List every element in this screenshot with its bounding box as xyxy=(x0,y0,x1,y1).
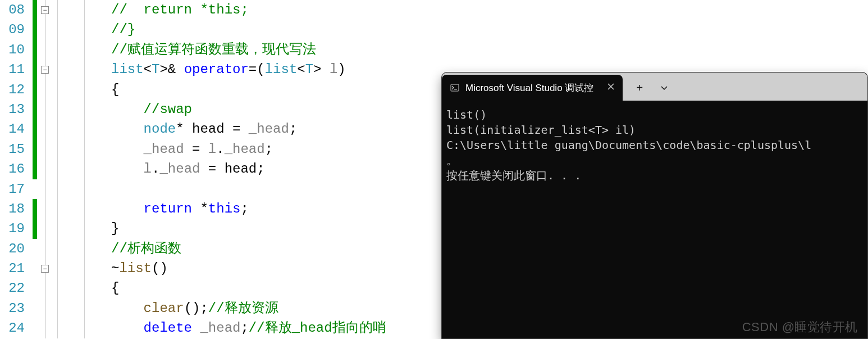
fold-gutter xyxy=(37,20,53,39)
change-indicator xyxy=(33,100,37,119)
fold-gutter xyxy=(37,119,53,139)
code-text: // return *this; xyxy=(111,0,868,20)
fold-gutter xyxy=(37,100,53,119)
code-text: //} xyxy=(111,20,868,39)
fold-gutter[interactable]: − xyxy=(37,60,53,79)
change-indicator xyxy=(33,60,37,79)
line-number: 19 xyxy=(0,219,27,238)
fold-gutter xyxy=(37,239,53,259)
line-number: 12 xyxy=(0,80,27,100)
change-indicator xyxy=(33,278,37,298)
change-indicator xyxy=(33,239,37,259)
terminal-output-line: 按任意键关闭此窗口. . . xyxy=(446,168,863,183)
change-indicator xyxy=(33,179,37,199)
code-line[interactable]: 08−// return *this; xyxy=(0,0,868,20)
fold-gutter xyxy=(37,179,53,199)
change-indicator xyxy=(33,199,37,219)
fold-gutter xyxy=(37,40,53,60)
code-line[interactable]: 10//赋值运算符函数重载，现代写法 xyxy=(0,40,868,60)
terminal-window: Microsoft Visual Studio 调试控 + list()list… xyxy=(441,72,868,339)
fold-gutter[interactable]: − xyxy=(37,259,53,278)
line-number: 16 xyxy=(0,159,27,179)
change-indicator xyxy=(33,159,37,179)
line-number: 11 xyxy=(0,60,27,79)
change-indicator xyxy=(33,80,37,100)
line-number: 24 xyxy=(0,318,27,338)
tab-dropdown-button[interactable] xyxy=(653,76,675,99)
line-number: 09 xyxy=(0,20,27,39)
fold-toggle-icon[interactable]: − xyxy=(41,265,49,273)
change-indicator xyxy=(33,299,37,318)
new-tab-button[interactable]: + xyxy=(628,76,651,99)
line-number: 17 xyxy=(0,179,27,199)
svg-rect-0 xyxy=(451,84,459,91)
change-indicator xyxy=(33,219,37,238)
line-number: 23 xyxy=(0,299,27,318)
terminal-icon xyxy=(450,83,460,93)
line-number: 10 xyxy=(0,40,27,60)
fold-gutter xyxy=(37,318,53,338)
fold-toggle-icon[interactable]: − xyxy=(41,66,49,74)
line-number: 15 xyxy=(0,139,27,159)
close-icon[interactable] xyxy=(607,82,615,93)
change-indicator xyxy=(33,259,37,278)
line-number: 20 xyxy=(0,239,27,259)
fold-gutter xyxy=(37,278,53,298)
terminal-output-line: list() xyxy=(446,107,863,123)
fold-gutter xyxy=(37,219,53,238)
fold-gutter xyxy=(37,139,53,159)
fold-gutter xyxy=(37,299,53,318)
terminal-tabbar: Microsoft Visual Studio 调试控 + xyxy=(442,73,867,101)
change-indicator xyxy=(33,0,37,20)
change-indicator xyxy=(33,139,37,159)
change-indicator xyxy=(33,318,37,338)
fold-toggle-icon[interactable]: − xyxy=(41,6,49,14)
terminal-output[interactable]: list()list(initializer_list<T> il)C:\Use… xyxy=(442,101,867,338)
terminal-output-line: 。 xyxy=(446,153,863,168)
terminal-output-line: list(initializer_list<T> il) xyxy=(446,123,863,138)
line-number: 22 xyxy=(0,278,27,298)
change-indicator xyxy=(33,20,37,39)
fold-gutter xyxy=(37,80,53,100)
fold-gutter xyxy=(37,159,53,179)
terminal-tab-title: Microsoft Visual Studio 调试控 xyxy=(465,82,593,94)
code-line[interactable]: 09//} xyxy=(0,20,868,39)
change-indicator xyxy=(33,40,37,60)
fold-gutter[interactable]: − xyxy=(37,0,53,20)
line-number: 13 xyxy=(0,100,27,119)
line-number: 08 xyxy=(0,0,27,20)
line-number: 18 xyxy=(0,199,27,219)
line-number: 14 xyxy=(0,119,27,139)
chevron-down-icon xyxy=(660,83,669,92)
change-indicator xyxy=(33,119,37,139)
code-text: //赋值运算符函数重载，现代写法 xyxy=(111,40,868,60)
terminal-tab-active[interactable]: Microsoft Visual Studio 调试控 xyxy=(442,75,623,101)
line-number: 21 xyxy=(0,259,27,278)
terminal-tab-actions: + xyxy=(628,75,675,101)
fold-gutter xyxy=(37,199,53,219)
terminal-output-line: C:\Users\little guang\Documents\code\bas… xyxy=(446,138,863,153)
